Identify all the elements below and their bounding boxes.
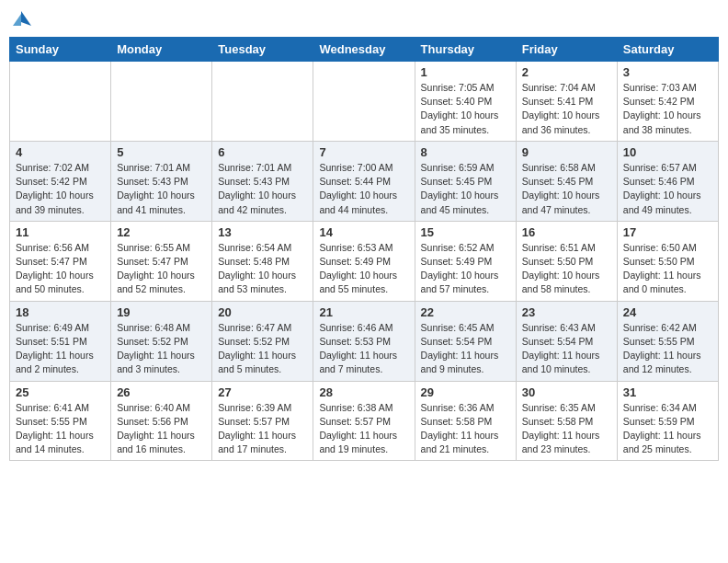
day-number: 14 [319,225,408,239]
calendar-day-cell [10,62,111,142]
calendar-day-cell: 25Sunrise: 6:41 AMSunset: 5:55 PMDayligh… [10,381,111,461]
calendar-day-cell: 2Sunrise: 7:04 AMSunset: 5:41 PMDaylight… [516,62,617,142]
calendar-day-cell: 18Sunrise: 6:49 AMSunset: 5:51 PMDayligh… [10,301,111,381]
calendar-day-cell: 17Sunrise: 6:50 AMSunset: 5:50 PMDayligh… [617,221,718,301]
calendar-day-cell: 7Sunrise: 7:00 AMSunset: 5:44 PMDaylight… [313,141,415,221]
calendar-day-cell: 16Sunrise: 6:51 AMSunset: 5:50 PMDayligh… [516,221,617,301]
calendar-week-row: 11Sunrise: 6:56 AMSunset: 5:47 PMDayligh… [10,221,719,301]
calendar-day-cell [111,62,212,142]
day-number: 26 [117,385,206,399]
day-number: 11 [16,225,105,239]
day-number: 31 [623,385,712,399]
day-info: Sunrise: 7:01 AMSunset: 5:43 PMDaylight:… [218,161,307,217]
calendar-day-cell [313,62,415,142]
day-info: Sunrise: 6:35 AMSunset: 5:58 PMDaylight:… [522,401,611,457]
day-number: 13 [218,225,307,239]
day-of-week-header: Sunday [10,38,111,62]
day-of-week-header: Friday [516,38,617,62]
calendar-day-cell: 20Sunrise: 6:47 AMSunset: 5:52 PMDayligh… [212,301,313,381]
calendar-day-cell: 30Sunrise: 6:35 AMSunset: 5:58 PMDayligh… [516,381,617,461]
day-info: Sunrise: 6:42 AMSunset: 5:55 PMDaylight:… [623,321,712,377]
day-info: Sunrise: 7:05 AMSunset: 5:40 PMDaylight:… [421,81,510,137]
calendar-day-cell: 1Sunrise: 7:05 AMSunset: 5:40 PMDaylight… [415,62,516,142]
day-info: Sunrise: 6:51 AMSunset: 5:50 PMDaylight:… [522,241,611,297]
day-info: Sunrise: 6:53 AMSunset: 5:49 PMDaylight:… [319,241,408,297]
calendar-week-row: 4Sunrise: 7:02 AMSunset: 5:42 PMDaylight… [10,141,719,221]
day-number: 1 [421,65,510,79]
calendar-week-row: 18Sunrise: 6:49 AMSunset: 5:51 PMDayligh… [10,301,719,381]
day-number: 29 [421,385,510,399]
calendar-day-cell: 29Sunrise: 6:36 AMSunset: 5:58 PMDayligh… [415,381,516,461]
calendar-day-cell: 5Sunrise: 7:01 AMSunset: 5:43 PMDaylight… [111,141,212,221]
day-info: Sunrise: 6:38 AMSunset: 5:57 PMDaylight:… [319,401,408,457]
day-number: 30 [522,385,611,399]
day-of-week-header: Monday [111,38,212,62]
day-number: 4 [16,145,105,159]
day-info: Sunrise: 7:03 AMSunset: 5:42 PMDaylight:… [623,81,712,137]
day-of-week-header: Saturday [617,38,718,62]
day-number: 9 [522,145,611,159]
calendar-table: SundayMondayTuesdayWednesdayThursdayFrid… [9,37,719,461]
day-info: Sunrise: 6:49 AMSunset: 5:51 PMDaylight:… [16,321,105,377]
logo-icon [11,9,31,29]
day-number: 17 [623,225,712,239]
calendar-day-cell: 10Sunrise: 6:57 AMSunset: 5:46 PMDayligh… [617,141,718,221]
day-number: 25 [16,385,105,399]
day-number: 2 [522,65,611,79]
day-info: Sunrise: 6:36 AMSunset: 5:58 PMDaylight:… [421,401,510,457]
day-info: Sunrise: 6:47 AMSunset: 5:52 PMDaylight:… [218,321,307,377]
day-number: 22 [421,305,510,319]
day-info: Sunrise: 6:57 AMSunset: 5:46 PMDaylight:… [623,161,712,217]
day-info: Sunrise: 7:01 AMSunset: 5:43 PMDaylight:… [117,161,206,217]
day-number: 6 [218,145,307,159]
calendar-day-cell: 31Sunrise: 6:34 AMSunset: 5:59 PMDayligh… [617,381,718,461]
day-info: Sunrise: 6:40 AMSunset: 5:56 PMDaylight:… [117,401,206,457]
day-number: 10 [623,145,712,159]
day-info: Sunrise: 6:34 AMSunset: 5:59 PMDaylight:… [623,401,712,457]
calendar-day-cell: 24Sunrise: 6:42 AMSunset: 5:55 PMDayligh… [617,301,718,381]
calendar-week-row: 25Sunrise: 6:41 AMSunset: 5:55 PMDayligh… [10,381,719,461]
day-of-week-header: Tuesday [212,38,313,62]
calendar-day-cell: 13Sunrise: 6:54 AMSunset: 5:48 PMDayligh… [212,221,313,301]
calendar-day-cell: 8Sunrise: 6:59 AMSunset: 5:45 PMDaylight… [415,141,516,221]
calendar-week-row: 1Sunrise: 7:05 AMSunset: 5:40 PMDaylight… [10,62,719,142]
day-number: 28 [319,385,408,399]
day-info: Sunrise: 6:54 AMSunset: 5:48 PMDaylight:… [218,241,307,297]
calendar-day-cell: 15Sunrise: 6:52 AMSunset: 5:49 PMDayligh… [415,221,516,301]
day-info: Sunrise: 6:55 AMSunset: 5:47 PMDaylight:… [117,241,206,297]
calendar-day-cell: 4Sunrise: 7:02 AMSunset: 5:42 PMDaylight… [10,141,111,221]
day-info: Sunrise: 6:52 AMSunset: 5:49 PMDaylight:… [421,241,510,297]
day-info: Sunrise: 6:50 AMSunset: 5:50 PMDaylight:… [623,241,712,297]
calendar-day-cell: 11Sunrise: 6:56 AMSunset: 5:47 PMDayligh… [10,221,111,301]
day-info: Sunrise: 6:59 AMSunset: 5:45 PMDaylight:… [421,161,510,217]
day-of-week-header: Thursday [415,38,516,62]
day-info: Sunrise: 6:39 AMSunset: 5:57 PMDaylight:… [218,401,307,457]
svg-marker-0 [21,11,31,26]
day-info: Sunrise: 6:48 AMSunset: 5:52 PMDaylight:… [117,321,206,377]
day-number: 3 [623,65,712,79]
calendar-day-cell: 27Sunrise: 6:39 AMSunset: 5:57 PMDayligh… [212,381,313,461]
calendar-day-cell: 21Sunrise: 6:46 AMSunset: 5:53 PMDayligh… [313,301,415,381]
day-number: 24 [623,305,712,319]
calendar-day-cell: 22Sunrise: 6:45 AMSunset: 5:54 PMDayligh… [415,301,516,381]
logo [9,9,31,29]
calendar-header-row: SundayMondayTuesdayWednesdayThursdayFrid… [10,38,719,62]
day-info: Sunrise: 6:56 AMSunset: 5:47 PMDaylight:… [16,241,105,297]
day-number: 23 [522,305,611,319]
day-number: 19 [117,305,206,319]
calendar-day-cell: 9Sunrise: 6:58 AMSunset: 5:45 PMDaylight… [516,141,617,221]
calendar-day-cell: 3Sunrise: 7:03 AMSunset: 5:42 PMDaylight… [617,62,718,142]
day-number: 12 [117,225,206,239]
day-info: Sunrise: 6:46 AMSunset: 5:53 PMDaylight:… [319,321,408,377]
day-info: Sunrise: 6:41 AMSunset: 5:55 PMDaylight:… [16,401,105,457]
calendar-day-cell: 28Sunrise: 6:38 AMSunset: 5:57 PMDayligh… [313,381,415,461]
calendar-day-cell: 23Sunrise: 6:43 AMSunset: 5:54 PMDayligh… [516,301,617,381]
calendar-day-cell: 6Sunrise: 7:01 AMSunset: 5:43 PMDaylight… [212,141,313,221]
day-info: Sunrise: 6:45 AMSunset: 5:54 PMDaylight:… [421,321,510,377]
day-info: Sunrise: 6:43 AMSunset: 5:54 PMDaylight:… [522,321,611,377]
day-number: 7 [319,145,408,159]
calendar-day-cell: 12Sunrise: 6:55 AMSunset: 5:47 PMDayligh… [111,221,212,301]
calendar-day-cell: 14Sunrise: 6:53 AMSunset: 5:49 PMDayligh… [313,221,415,301]
day-number: 16 [522,225,611,239]
page-header [9,9,719,29]
